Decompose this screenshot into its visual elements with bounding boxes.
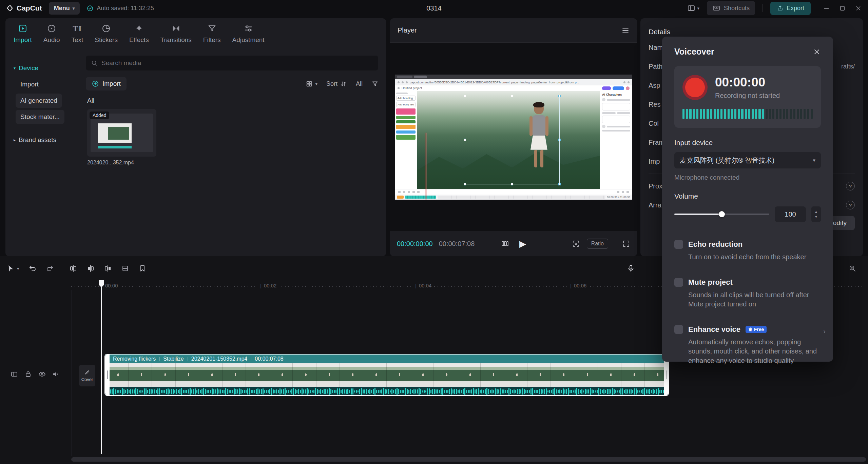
sidebar-item-brand-assets[interactable]: ▸ Brand assets: [9, 133, 61, 147]
cover-button[interactable]: Cover: [79, 365, 95, 386]
project-title: 0314: [426, 4, 442, 12]
timeline-zoom-button[interactable]: [848, 264, 856, 273]
capcut-logo: CapCut: [6, 4, 42, 12]
chevron-down-icon[interactable]: ▾: [17, 266, 19, 271]
tab-stickers[interactable]: Stickers: [95, 24, 118, 44]
export-button[interactable]: Export: [770, 2, 811, 15]
select-tool-button[interactable]: ▾: [7, 264, 19, 273]
player-header: Player: [390, 18, 637, 43]
option-enhance-voice: Enhance voice ♛Free Automatically remove…: [674, 317, 821, 374]
play-button[interactable]: ▶: [519, 239, 526, 249]
marker-button[interactable]: [138, 264, 147, 273]
adjustment-icon: [244, 24, 253, 33]
eye-icon[interactable]: [38, 370, 46, 378]
recording-time: 00:00:00: [715, 75, 780, 89]
record-button[interactable]: [682, 75, 708, 100]
maximize-button[interactable]: [839, 5, 846, 12]
undo-icon: [28, 264, 37, 273]
media-tabs: Import Audio TI Text Stickers Effects Tr…: [5, 18, 386, 44]
cursor-icon: [7, 264, 15, 273]
view-mode-button[interactable]: ▾: [306, 80, 317, 87]
close-dialog-button[interactable]: [813, 48, 821, 56]
undo-button[interactable]: [28, 264, 37, 273]
clip-tag-stabilize: Stabilize: [159, 356, 187, 362]
sidebar-item-ai-generated[interactable]: AI generated: [16, 94, 62, 108]
preview-quality-button[interactable]: [572, 240, 580, 248]
redo-button[interactable]: [46, 264, 54, 273]
redo-icon: [46, 264, 54, 273]
chevron-down-icon: ▾: [73, 6, 75, 11]
sparkle-icon: [134, 24, 144, 33]
import-media-button[interactable]: Import: [86, 77, 127, 90]
chevron-right-icon[interactable]: ›: [823, 327, 826, 335]
menu-button[interactable]: Menu▾: [49, 2, 80, 15]
mute-project-checkbox[interactable]: [674, 278, 683, 287]
track-controls: [10, 370, 60, 378]
ratio-button[interactable]: Ratio: [587, 239, 608, 249]
volume-label: Volume: [674, 192, 821, 200]
tab-effects[interactable]: Effects: [129, 24, 149, 44]
playhead-handle[interactable]: [99, 280, 104, 287]
search-input[interactable]: [101, 59, 373, 67]
close-button[interactable]: [855, 5, 862, 12]
tab-adjustment[interactable]: Adjustment: [232, 24, 265, 44]
sidebar-item-import[interactable]: Import: [16, 77, 43, 92]
media-item[interactable]: Added 2024020...352.mp4: [87, 109, 156, 166]
volume-input[interactable]: [775, 206, 806, 222]
input-device-select[interactable]: 麦克风阵列 (英特尔® 智音技术) ▾: [674, 152, 821, 168]
option-mute-project: Mute project Sounds in all clips will be…: [674, 270, 821, 317]
microphone-icon: [627, 264, 635, 273]
tab-text[interactable]: TI Text: [71, 24, 83, 44]
delete-right-button[interactable]: [104, 264, 112, 273]
enhance-voice-checkbox[interactable]: [674, 325, 683, 334]
topbar: CapCut Menu▾ Auto saved: 11:32:25 0314 ▾…: [0, 0, 868, 16]
crop-button[interactable]: [121, 264, 129, 273]
minimize-button[interactable]: [823, 5, 830, 12]
sidebar-item-stock-materials[interactable]: Stock mater...: [16, 110, 64, 124]
shortcuts-button[interactable]: Shortcuts: [707, 1, 755, 15]
sort-button[interactable]: Sort: [326, 80, 347, 87]
media-thumbnail[interactable]: Added: [87, 109, 156, 157]
type-filter-button[interactable]: All: [356, 80, 363, 87]
frame-step-button[interactable]: [501, 240, 509, 248]
focus-icon: [572, 240, 580, 248]
volume-stepper[interactable]: ▲▼: [811, 206, 821, 222]
help-icon[interactable]: ?: [846, 182, 855, 190]
video-clip[interactable]: Removing flickers Stabilize 20240201-150…: [104, 354, 669, 396]
tab-import[interactable]: Import: [14, 24, 32, 44]
split-button[interactable]: [69, 264, 77, 273]
delete-left-button[interactable]: [86, 264, 95, 273]
clip-filename: 20240201-150352.mp4: [188, 356, 251, 362]
presenter-figure: [527, 103, 551, 173]
record-voiceover-button[interactable]: [627, 264, 635, 273]
sidebar-item-device[interactable]: ▾ Device: [9, 61, 43, 75]
tab-audio[interactable]: Audio: [43, 24, 60, 44]
tab-filters[interactable]: Filters: [203, 24, 221, 44]
player-title: Player: [398, 26, 417, 34]
preview-canvas: [417, 91, 600, 189]
help-icon[interactable]: ?: [846, 201, 855, 209]
speaker-icon[interactable]: [52, 370, 60, 378]
lock-icon[interactable]: [24, 370, 32, 378]
player-menu-button[interactable]: [621, 26, 630, 35]
tab-transitions[interactable]: Transitions: [160, 24, 192, 44]
volume-slider-thumb[interactable]: [719, 211, 725, 217]
audio-icon: [47, 24, 56, 33]
filter-button[interactable]: [371, 80, 379, 87]
minimize-icon: [823, 5, 830, 12]
divider: [615, 240, 615, 247]
timeline-scrollbar[interactable]: [71, 457, 866, 462]
playhead[interactable]: [99, 280, 104, 454]
echo-reduction-checkbox[interactable]: [674, 240, 683, 249]
preview-time: 00:00:30 / 01:00:30: [607, 196, 630, 199]
main-track-icon[interactable]: [10, 370, 18, 378]
video-preview[interactable]: capcut.com/editor/30550D5C-2BC4-4B31-B02…: [395, 75, 632, 200]
clip-tag-flicker: Removing flickers: [109, 356, 159, 362]
voiceover-level-meter: [682, 109, 813, 119]
preview-right-panel: AI Characters: [600, 91, 632, 189]
fullscreen-button[interactable]: [622, 240, 630, 248]
volume-slider[interactable]: [674, 214, 769, 215]
clip-trim-handle-left[interactable]: [105, 355, 110, 395]
option-echo-reduction: Echo reduction Turn on to avoid echo fro…: [674, 232, 821, 270]
layout-button[interactable]: ▾: [687, 4, 699, 12]
